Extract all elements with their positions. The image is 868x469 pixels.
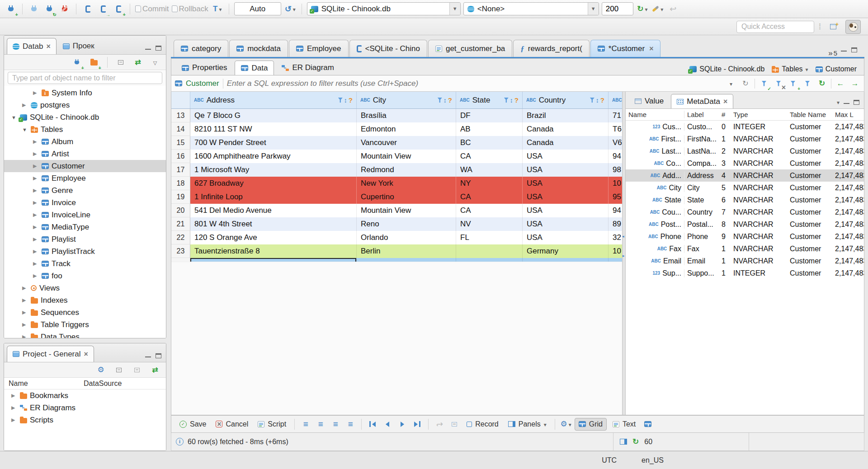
meta-max-cell[interactable]: 2,147,483: [832, 159, 864, 168]
country-cell[interactable]: Germany: [523, 244, 609, 258]
navigator-new-connection-button[interactable]: [71, 55, 83, 70]
cancel-button[interactable]: Cancel: [212, 418, 252, 430]
country-cell[interactable]: USA: [523, 177, 609, 190]
connect-button[interactable]: [28, 2, 40, 16]
meta-type-cell[interactable]: NVARCHAR: [731, 135, 787, 143]
country-cell[interactable]: USA: [523, 231, 609, 244]
meta-table-cell[interactable]: Customer: [787, 220, 832, 229]
meta-label-cell[interactable]: Address: [684, 172, 721, 180]
tree-item[interactable]: Sequences: [4, 306, 166, 319]
meta-label-cell[interactable]: Email: [684, 257, 721, 265]
metadata-row[interactable]: ABCFirst... FirstNa... 1 NVARCHAR Custom…: [626, 133, 864, 145]
tree-item[interactable]: System Info: [4, 87, 166, 99]
commit-button[interactable]: Commit: [135, 2, 169, 16]
tab-value[interactable]: Value: [629, 94, 669, 108]
next-button[interactable]: [849, 78, 860, 89]
city-cell[interactable]: Vancouver: [357, 136, 456, 150]
state-cell[interactable]: NV: [456, 217, 523, 231]
close-icon[interactable]: [723, 98, 727, 105]
meta-label-cell[interactable]: City: [684, 184, 721, 192]
transaction-log-button[interactable]: [284, 2, 297, 16]
meta-number-cell[interactable]: 3: [721, 159, 731, 168]
record-button[interactable]: Record: [463, 418, 502, 430]
new-folder-button[interactable]: [88, 55, 100, 70]
meta-max-cell[interactable]: 2,147,483: [832, 196, 864, 204]
tab-overflow-button[interactable]: 5: [825, 49, 841, 57]
expand-arrow-icon[interactable]: [33, 90, 39, 96]
fetch-size-input[interactable]: [602, 2, 633, 15]
expand-arrow-icon[interactable]: [33, 224, 39, 230]
format-button[interactable]: [651, 2, 664, 16]
meta-max-cell[interactable]: 2,147,483: [832, 245, 864, 253]
meta-number-cell[interactable]: 1: [721, 269, 731, 277]
postalcode-cell[interactable]: 98: [609, 163, 622, 177]
project-link-button[interactable]: [149, 363, 161, 377]
dropdown-arrow-icon[interactable]: [449, 3, 460, 15]
schema-select[interactable]: <None>: [463, 2, 599, 15]
meta-name-cell[interactable]: ABCFirst...: [626, 135, 684, 143]
state-cell[interactable]: FL: [456, 231, 523, 244]
minimize-icon[interactable]: [145, 356, 151, 358]
settings-button[interactable]: [560, 417, 572, 431]
previous-button[interactable]: [835, 78, 846, 89]
postalcode-cell[interactable]: 89: [609, 217, 622, 231]
collapse-all-button[interactable]: [114, 55, 127, 70]
meta-table-cell[interactable]: Customer: [787, 245, 832, 253]
state-cell[interactable]: CA: [456, 204, 523, 217]
city-cell[interactable]: Reno: [357, 217, 456, 231]
save-filter-button[interactable]: +: [788, 78, 798, 89]
row-number-cell[interactable]: 24: [171, 258, 190, 262]
expand-arrow-icon[interactable]: [33, 212, 39, 218]
address-cell[interactable]: 801 W 4th Street: [190, 217, 357, 231]
tab-metadata[interactable]: MetaData: [671, 94, 733, 108]
tree-item[interactable]: Table Triggers: [4, 319, 166, 331]
close-icon[interactable]: [46, 42, 50, 50]
zoom-out-button[interactable]: [344, 417, 357, 431]
meta-col-max[interactable]: Max L: [832, 111, 864, 118]
fetch-next-page-button[interactable]: [433, 417, 446, 431]
postalcode-cell[interactable]: V6: [609, 136, 622, 150]
meta-type-cell[interactable]: NVARCHAR: [731, 159, 787, 168]
address-cell[interactable]: 1 Microsoft Way: [190, 163, 357, 177]
editor-tab[interactable]: <SQLite - Chino: [349, 40, 427, 57]
meta-type-cell[interactable]: NVARCHAR: [731, 184, 787, 192]
metadata-row[interactable]: ABCLast... LastNa... 2 NVARCHAR Customer…: [626, 145, 864, 157]
meta-max-cell[interactable]: 2,147,483: [832, 123, 864, 131]
meta-name-cell[interactable]: ABCAdd...: [626, 172, 684, 180]
row-number-cell[interactable]: 22: [171, 231, 190, 244]
expand-arrow-icon[interactable]: [11, 405, 17, 411]
address-cell[interactable]: 120 S Orange Ave: [190, 231, 357, 244]
tree-item[interactable]: MediaType: [4, 221, 166, 233]
meta-number-cell[interactable]: 8: [721, 220, 731, 229]
column-datasource-header[interactable]: DataSource: [84, 380, 122, 388]
meta-number-cell[interactable]: 5: [721, 184, 731, 192]
expand-arrow-icon[interactable]: [11, 393, 17, 399]
fetch-all-button[interactable]: [448, 417, 461, 431]
project-expand-button[interactable]: [131, 363, 143, 377]
meta-type-cell[interactable]: NVARCHAR: [731, 172, 787, 180]
address-cell[interactable]: 69 Salem Street: [190, 258, 357, 262]
filter-funnel-icon[interactable]: [590, 98, 594, 103]
editor-tab[interactable]: mockdata: [229, 40, 288, 57]
expand-arrow-icon[interactable]: [22, 297, 28, 303]
postalcode-cell[interactable]: 94: [609, 150, 622, 163]
city-cell[interactable]: Cupertino: [357, 190, 456, 204]
first-row-button[interactable]: [366, 417, 379, 431]
row-number-cell[interactable]: 13: [171, 109, 190, 122]
meta-table-cell[interactable]: Customer: [787, 269, 832, 277]
expand-arrow-icon[interactable]: [11, 115, 17, 120]
meta-label-cell[interactable]: Compa...: [684, 159, 721, 168]
tree-item[interactable]: Genre: [4, 184, 166, 197]
row-number-cell[interactable]: 16: [171, 150, 190, 163]
row-number-cell[interactable]: 21: [171, 217, 190, 231]
expand-arrow-icon[interactable]: [33, 249, 39, 254]
meta-label-cell[interactable]: FirstNa...: [684, 135, 721, 143]
filter-funnel-icon[interactable]: [504, 98, 509, 103]
metadata-row[interactable]: ABCCou... Country 7 NVARCHAR Customer 2,…: [626, 206, 864, 218]
expand-arrow-icon[interactable]: [22, 334, 28, 338]
row-number-cell[interactable]: 23: [171, 244, 190, 258]
state-cell[interactable]: BC: [456, 136, 523, 150]
meta-type-cell[interactable]: NVARCHAR: [731, 208, 787, 216]
new-connection-button[interactable]: [5, 2, 17, 16]
tree-item[interactable]: Indexes: [4, 294, 166, 306]
